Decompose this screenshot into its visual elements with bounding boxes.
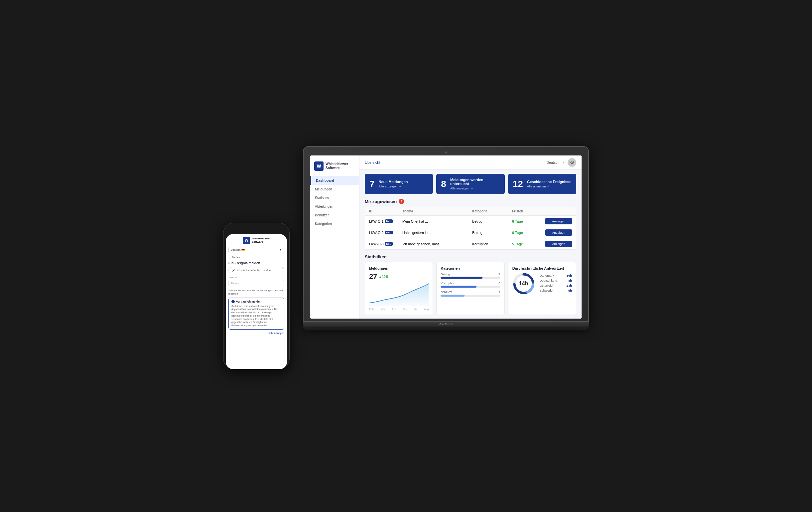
- anzeigen-btn-3[interactable]: Anzeigen: [545, 241, 572, 247]
- country-row-germany: Deutschland 8h: [540, 279, 572, 282]
- stats-cards: 7 Neue Meldungen Alle anzeigen → 8: [365, 174, 576, 194]
- assigned-badge: 3: [399, 199, 404, 204]
- laptop-screen: W Whistleblower Software Dashboard Meldu…: [310, 156, 582, 319]
- meldungen-count: 27 ▲10%: [369, 272, 429, 281]
- breadcrumb: Übersicht: [365, 160, 380, 164]
- new-badge-1: Neu: [385, 219, 393, 223]
- phone: W Whistleblower Software Deutsch 🇩🇪 ▼ ← …: [223, 223, 290, 369]
- category-row-dsgvo: DSGVO 4: [441, 290, 500, 297]
- category-dsgvo-label: DSGVO: [441, 290, 452, 294]
- assigned-section-title: Mir zugewiesen 3: [365, 199, 576, 204]
- laptop: W Whistleblower Software Dashboard Meldu…: [303, 146, 589, 346]
- donut-chart: 14h: [513, 272, 535, 295]
- row2-kategorie: Betrug: [472, 231, 512, 235]
- row1-thema: Mein Chef hat ...: [402, 219, 472, 223]
- lang-chevron: ▼: [562, 161, 565, 164]
- phone-thema-label: Thema: [228, 276, 284, 279]
- anzeigen-btn-2[interactable]: Anzeigen: [545, 230, 572, 236]
- sidebar-item-kategorien[interactable]: Kategorien: [310, 219, 359, 228]
- col-fristen: Fristen: [512, 209, 545, 213]
- country-list: Dänemark 16h Deutschland 8h: [540, 274, 572, 294]
- row3-fristen: 5 Tage: [512, 242, 545, 246]
- sidebar-item-meldungen[interactable]: Meldungen: [310, 185, 359, 193]
- sidebar-item-dashboard[interactable]: Dashboard: [310, 176, 359, 185]
- response-time-box: Durchschnittliche Antwortzeit: [508, 262, 576, 315]
- stat-label-investigating: Meldungen werden untersucht: [450, 178, 500, 186]
- main-content: Übersicht Deutsch ▼ KA 7: [359, 156, 582, 319]
- category-dsgvo-value: 4: [498, 290, 500, 294]
- meldungen-chart: [369, 283, 429, 306]
- statistiken-section-title: Statistiken: [365, 254, 576, 259]
- row1-kategorie: Betrug: [472, 219, 512, 223]
- top-bar: Übersicht Deutsch ▼ KA: [359, 156, 582, 170]
- phone-more-link[interactable]: mehr anzeigen: [228, 331, 284, 334]
- trend-indicator: ▲10%: [378, 275, 388, 279]
- category-betrug-label: Betrug: [441, 272, 450, 276]
- category-korruption-label: Korruption: [441, 281, 455, 285]
- country-row-denmark: Dänemark 16h: [540, 274, 572, 277]
- phone-option-radio: [231, 300, 235, 303]
- row3-id: LKW-O-3 Neu: [369, 242, 402, 246]
- row2-thema: Hallo, gestern ist ...: [402, 231, 472, 235]
- kategorien-title: Kategorien: [441, 266, 500, 270]
- betrug-bar: [441, 277, 483, 279]
- stat-number-investigating: 8: [441, 180, 446, 189]
- app-container: W Whistleblower Software Dashboard Meldu…: [310, 156, 582, 319]
- table-row: LKW-O-2 Neu Hallo, gestern ist ... Betru…: [365, 227, 576, 238]
- row2-fristen: 6 Tage: [512, 231, 545, 235]
- sidebar-logo: W Whistleblower Software: [310, 159, 359, 176]
- row2-id: LKW-O-2 Neu: [369, 231, 402, 235]
- sidebar-item-statistics[interactable]: Statistics: [310, 193, 359, 202]
- stat-card-new: 7 Neue Meldungen Alle anzeigen →: [365, 174, 433, 194]
- dsgvo-bar: [441, 295, 465, 297]
- donut-label: 14h: [519, 280, 528, 287]
- chart-months: FebMarAprJunJulAug: [369, 307, 429, 311]
- kategorien-box: Kategorien Betrug 7: [436, 262, 504, 315]
- logo-text: Whistleblower Software: [325, 162, 348, 170]
- category-row-betrug: Betrug 7: [441, 272, 500, 279]
- lang-selector[interactable]: Deutsch: [547, 160, 560, 164]
- phone-mic-button[interactable]: 🎤 Ich möchte mündlich melden: [228, 267, 284, 273]
- stat-card-closed: 12 Geschlossene Ereignisse Alle anzeigen…: [508, 174, 576, 194]
- stat-link-closed[interactable]: Alle anzeigen →: [527, 184, 571, 188]
- sidebar-item-abteilungen[interactable]: Abteilungen: [310, 202, 359, 211]
- sidebar: W Whistleblower Software Dashboard Meldu…: [310, 156, 359, 319]
- laptop-base: [303, 322, 589, 327]
- anzeigen-btn-1[interactable]: Anzeigen: [545, 218, 572, 224]
- col-action: [545, 209, 572, 213]
- col-thema: Thema: [402, 209, 472, 213]
- new-badge-3: Neu: [385, 242, 393, 246]
- laptop-body: W Whistleblower Software Dashboard Meldu…: [303, 146, 589, 322]
- phone-logo-text: Whistleblower Software: [252, 237, 270, 243]
- stat-label-new: Neue Meldungen: [379, 180, 408, 184]
- stat-card-investigating: 8 Meldungen werden untersucht Alle anzei…: [436, 174, 504, 194]
- stat-link-investigating[interactable]: Alle anzeigen →: [450, 186, 500, 190]
- phone-option-body: Sie können eine vertrauliche Meldung mit…: [231, 305, 281, 328]
- phone-body: W Whistleblower Software Deutsch 🇩🇪 ▼ ← …: [223, 223, 290, 369]
- phone-content: W Whistleblower Software Deutsch 🇩🇪 ▼ ← …: [226, 234, 287, 369]
- row3-kategorie: Korruption: [472, 242, 512, 246]
- phone-lang-select[interactable]: Deutsch 🇩🇪 ▼: [228, 247, 284, 253]
- table-header: ID Thema Kategorie Fristen: [365, 207, 576, 216]
- logo-icon: W: [314, 161, 323, 171]
- phone-section-title: Ein Ereignis melden: [228, 261, 284, 265]
- response-center: 14h Dänemark 16h: [513, 272, 572, 295]
- meldungen-box: Meldungen 27 ▲10%: [365, 262, 433, 315]
- data-table: ID Thema Kategorie Fristen LKW-O-1: [365, 207, 576, 250]
- phone-logo-icon: W: [243, 237, 250, 244]
- stats-section: Meldungen 27 ▲10%: [365, 262, 576, 315]
- new-badge-2: Neu: [385, 231, 393, 234]
- korruption-bar: [441, 286, 476, 288]
- phone-option-confidential[interactable]: Vertraulich melden Sie können eine vertr…: [228, 298, 284, 330]
- stat-number-new: 7: [370, 180, 375, 189]
- avatar: KA: [568, 158, 576, 167]
- phone-back-button[interactable]: ← Zurück: [228, 256, 284, 259]
- phone-thema-input[interactable]: Thema: [228, 280, 284, 286]
- sidebar-item-benutzer[interactable]: Benutzer: [310, 211, 359, 219]
- stat-link-new[interactable]: Alle anzeigen →: [379, 184, 408, 188]
- scene: W Whistleblower Software Dashboard Meldu…: [223, 136, 589, 376]
- sidebar-nav: Dashboard Meldungen Statistics Abteilung…: [310, 176, 359, 228]
- laptop-camera: [445, 152, 447, 154]
- stat-number-closed: 12: [513, 180, 523, 189]
- row1-id: LKW-O-1 Neu: [369, 219, 402, 223]
